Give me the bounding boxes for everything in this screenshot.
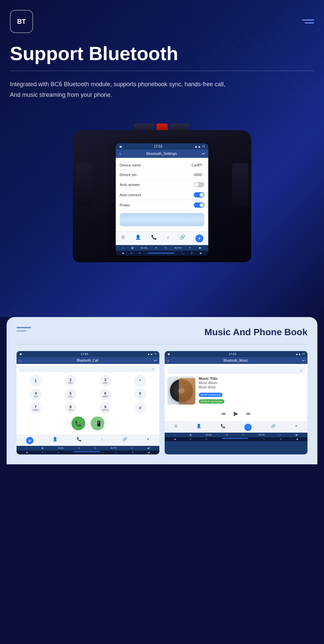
- ms-arrow: ↵: [206, 438, 208, 441]
- arrow-seek: ↵: [139, 252, 141, 255]
- screen-statusbar: ◀ 17:53 ▲▲ ⊓: [116, 143, 208, 150]
- dial-9[interactable]: 9WXYZ: [100, 402, 111, 414]
- phone-icon: 📞: [151, 234, 157, 242]
- call-grid-active: ⊞: [26, 437, 33, 444]
- music-search-bar[interactable]: ♪: [167, 367, 305, 374]
- back-seek: ◀: [122, 252, 124, 255]
- back-arrow: ◀: [119, 145, 122, 148]
- grid-icon: ⊞: [121, 234, 125, 242]
- call-music-icon: ♪: [101, 437, 103, 444]
- zero-right: 0: [191, 252, 192, 255]
- redial-button[interactable]: 📲: [91, 416, 104, 430]
- dial-6[interactable]: 6MNO: [100, 388, 111, 400]
- device-pin-row: Device pin 0000 ›: [120, 170, 204, 180]
- dial-2[interactable]: 2ABC: [64, 375, 76, 387]
- music-bottom-nav: ⊞ 👤 📞 ♪ 🔗 ✦: [165, 422, 307, 433]
- m-home: ⌂: [174, 434, 175, 436]
- auto-label: AUTO: [174, 246, 182, 249]
- m-flow: ⇝: [279, 434, 281, 436]
- call-wifi: ⊓: [154, 352, 157, 356]
- call-status-icons: ▲▲ ⊓: [147, 352, 157, 356]
- music-wifi: ⊓: [303, 352, 305, 356]
- dial-3[interactable]: 3DEF: [100, 375, 111, 387]
- m-auto: AUTO: [259, 434, 265, 436]
- play-button[interactable]: ▶: [234, 410, 238, 417]
- music-info: Music Title Music Album Music Artist A2D…: [199, 376, 305, 405]
- prev-button[interactable]: ⏮: [221, 411, 226, 416]
- bt-logo: BT: [10, 10, 33, 33]
- power-toggle[interactable]: [194, 202, 204, 208]
- seek-bar: [148, 253, 174, 254]
- screen-bottom-nav: ⊞ 👤 📞 ♪ 🔗 ✦: [116, 232, 208, 245]
- music-player-area: Music Title Music Album Music Artist A2D…: [167, 376, 305, 405]
- music-climate: ⌂ ⏻ DUAL ✳ ∿ AUTO ⇝ ◀+: [165, 433, 307, 437]
- call-bottom-nav: ⊞ 👤 📞 ♪ 🔗 ✦: [17, 435, 159, 446]
- m-vol: ◀+: [295, 434, 298, 436]
- music-back-icon: ↩: [302, 359, 305, 362]
- music-person-icon: 👤: [196, 424, 201, 431]
- c-vol: ◀+: [147, 447, 150, 449]
- dialpad: 1 2ABC 3DEF * 4GHI 5JKL 6MNO 0+ 7PQRS 8T…: [19, 375, 157, 414]
- call-nav-bar: ⌂ Bluetooth_Call ↩: [17, 357, 159, 364]
- dial-0[interactable]: 0+: [134, 388, 146, 400]
- side-vent-right: [232, 163, 249, 206]
- side-vent-left: [75, 163, 92, 206]
- home-icon: ⌂: [119, 152, 121, 156]
- dial-seek: 📞: [181, 252, 184, 255]
- music-screen-title: Bluetooth_Music: [223, 359, 248, 362]
- c-auto: AUTO: [110, 447, 117, 449]
- ac-icon: ∿: [165, 246, 167, 249]
- dial-4[interactable]: 4GHI: [30, 388, 42, 400]
- dial-5[interactable]: 5JKL: [64, 388, 76, 400]
- call-person-icon: 👤: [53, 437, 58, 444]
- screen-seek-bar: ◀ 0 ↵ 📞 0 ◀-: [116, 251, 208, 256]
- music-note-icon: ♪: [300, 368, 302, 373]
- call-search-bar[interactable]: ×: [19, 366, 157, 372]
- call-link-icon: 🔗: [122, 437, 127, 444]
- badge-avrcp: AVRCP connected: [199, 398, 305, 404]
- next-button[interactable]: ⏭: [246, 411, 251, 416]
- m-ac: ∿: [242, 434, 244, 436]
- track-album: Music Album: [199, 381, 305, 385]
- dial-1[interactable]: 1: [30, 375, 42, 387]
- dual-screens: ◀ 17:53 ▲▲ ⊓ ⌂ Bluetooth_Call ↩ × 1: [17, 351, 307, 454]
- vent-right: [170, 124, 190, 131]
- vent-row: [134, 124, 190, 131]
- c-power: ⏻: [41, 447, 44, 449]
- music-grid-icon: ⊞: [174, 424, 178, 431]
- auto-answer-toggle[interactable]: [194, 182, 204, 187]
- call-screen: ◀ 17:53 ▲▲ ⊓ ⌂ Bluetooth_Call ↩ × 1: [17, 351, 159, 454]
- music-phone-icon: 📞: [221, 424, 225, 431]
- car-mock: ◀ 17:53 ▲▲ ⊓ ⌂ Bluetooth_Settings ↩ D: [73, 117, 251, 275]
- screen-nav-bar: ⌂ Bluetooth_Settings ↩: [116, 150, 208, 158]
- cs-zero: 0: [42, 451, 43, 454]
- home-climate: ⌂: [122, 246, 124, 249]
- music-back-arrow: ◀: [167, 352, 170, 356]
- badge-a2dp: A2DP connected: [199, 391, 305, 398]
- call-time: 17:53: [81, 352, 88, 356]
- cs-back: ◀: [26, 451, 27, 454]
- call-phone-icon: 📞: [77, 437, 82, 444]
- call-statusbar: ◀ 17:53 ▲▲ ⊓: [17, 351, 159, 357]
- call-seek: ◀ 0 ↵ 📞 0 ◀-: [17, 450, 159, 454]
- call-buttons: 📞 📲: [19, 416, 157, 430]
- power-row: Power: [120, 200, 204, 210]
- music-content: ♪ Music Title Music Album Music Artist: [165, 364, 307, 422]
- screen-time: 17:53: [154, 145, 162, 148]
- dial-7[interactable]: 7PQRS: [30, 402, 42, 414]
- auto-connect-toggle[interactable]: [194, 192, 204, 197]
- power-label: Power: [120, 203, 130, 207]
- device-pin-label: Device pin: [120, 173, 137, 177]
- device-pin-value: 0000 ›: [194, 172, 204, 177]
- device-name-row: Device name CarBT ›: [120, 161, 204, 170]
- music-seek: ◀ 0 ↵ 📞 0 ◀-: [165, 437, 307, 441]
- power-climate: ⏻: [131, 246, 134, 249]
- music-link-icon: 🔗: [271, 424, 276, 431]
- dial-8[interactable]: 8TUV: [64, 402, 76, 414]
- dial-star[interactable]: *: [134, 375, 146, 387]
- c-ac: ∿: [94, 447, 96, 449]
- music-statusbar: ◀ 17:53 ▲▲ ⊓: [165, 351, 307, 357]
- ms-zero2: 0: [280, 438, 281, 441]
- call-button[interactable]: 📞: [71, 416, 85, 430]
- dial-hash[interactable]: #: [134, 402, 146, 414]
